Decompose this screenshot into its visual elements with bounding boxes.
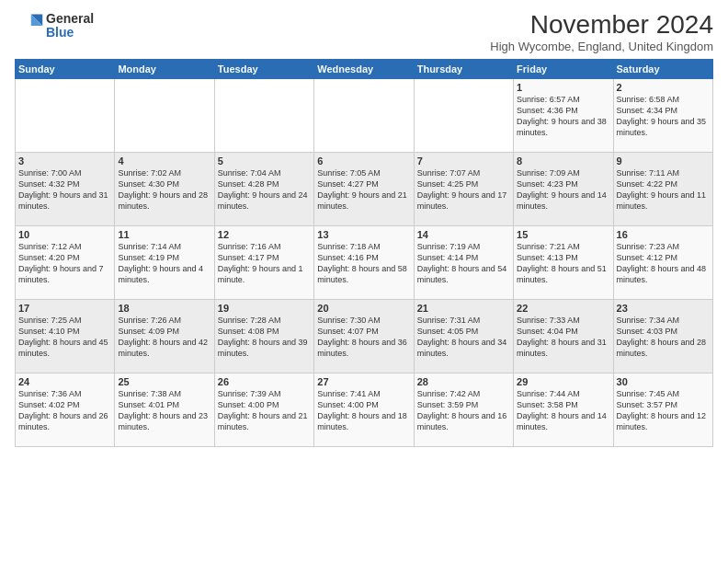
day-info: Sunrise: 7:02 AM Sunset: 4:30 PM Dayligh… (118, 167, 210, 213)
day-number: 15 (517, 229, 609, 240)
calendar-cell: 28Sunrise: 7:42 AM Sunset: 3:59 PM Dayli… (414, 373, 513, 446)
calendar-cell: 23Sunrise: 7:34 AM Sunset: 4:03 PM Dayli… (613, 299, 712, 373)
logo: General Blue (15, 11, 94, 40)
title-block: November 2024 High Wycombe, England, Uni… (490, 11, 713, 53)
day-info: Sunrise: 7:21 AM Sunset: 4:13 PM Dayligh… (517, 241, 609, 286)
calendar-cell (314, 78, 414, 152)
day-number: 16 (617, 229, 710, 240)
day-info: Sunrise: 7:16 AM Sunset: 4:17 PM Dayligh… (218, 241, 311, 286)
calendar-cell: 25Sunrise: 7:38 AM Sunset: 4:01 PM Dayli… (115, 373, 214, 446)
header-saturday: Saturday (613, 59, 712, 78)
header-sunday: Sunday (16, 59, 115, 78)
header-thursday: Thursday (414, 59, 513, 78)
location: High Wycombe, England, United Kingdom (490, 40, 713, 53)
logo-text: General Blue (46, 12, 94, 40)
day-info: Sunrise: 7:45 AM Sunset: 3:57 PM Dayligh… (617, 388, 710, 433)
day-number: 6 (317, 155, 410, 167)
day-number: 27 (317, 376, 410, 387)
calendar-cell: 5Sunrise: 7:04 AM Sunset: 4:28 PM Daylig… (214, 152, 313, 225)
calendar-cell: 6Sunrise: 7:05 AM Sunset: 4:27 PM Daylig… (314, 152, 414, 225)
logo-blue-text: Blue (46, 26, 94, 40)
calendar-cell: 18Sunrise: 7:26 AM Sunset: 4:09 PM Dayli… (115, 299, 214, 373)
day-info: Sunrise: 7:38 AM Sunset: 4:01 PM Dayligh… (118, 388, 210, 433)
page: General Blue November 2024 High Wycombe,… (0, 0, 728, 563)
day-info: Sunrise: 7:31 AM Sunset: 4:05 PM Dayligh… (417, 315, 510, 360)
day-info: Sunrise: 7:28 AM Sunset: 4:08 PM Dayligh… (218, 315, 311, 360)
day-info: Sunrise: 7:30 AM Sunset: 4:07 PM Dayligh… (317, 315, 410, 360)
calendar-cell (214, 78, 313, 152)
weekday-header-row: Sunday Monday Tuesday Wednesday Thursday… (16, 59, 713, 78)
header-wednesday: Wednesday (314, 59, 414, 78)
day-number: 12 (218, 229, 311, 240)
day-info: Sunrise: 7:36 AM Sunset: 4:02 PM Dayligh… (18, 388, 111, 433)
calendar-cell: 8Sunrise: 7:09 AM Sunset: 4:23 PM Daylig… (514, 152, 613, 225)
day-number: 17 (18, 303, 111, 314)
day-info: Sunrise: 7:09 AM Sunset: 4:23 PM Dayligh… (517, 167, 609, 213)
day-info: Sunrise: 6:58 AM Sunset: 4:34 PM Dayligh… (617, 94, 710, 139)
calendar-cell: 3Sunrise: 7:00 AM Sunset: 4:32 PM Daylig… (16, 152, 115, 225)
calendar-cell: 10Sunrise: 7:12 AM Sunset: 4:20 PM Dayli… (16, 225, 115, 299)
calendar-cell: 30Sunrise: 7:45 AM Sunset: 3:57 PM Dayli… (613, 373, 712, 446)
calendar-cell: 29Sunrise: 7:44 AM Sunset: 3:58 PM Dayli… (514, 373, 613, 446)
day-number: 20 (317, 303, 410, 314)
header-monday: Monday (115, 59, 214, 78)
calendar-cell (115, 78, 214, 152)
logo-icon (15, 11, 44, 40)
day-info: Sunrise: 7:39 AM Sunset: 4:00 PM Dayligh… (218, 388, 311, 433)
day-info: Sunrise: 7:12 AM Sunset: 4:20 PM Dayligh… (18, 241, 111, 286)
day-info: Sunrise: 7:44 AM Sunset: 3:58 PM Dayligh… (517, 388, 609, 433)
calendar-cell: 12Sunrise: 7:16 AM Sunset: 4:17 PM Dayli… (214, 225, 313, 299)
day-number: 18 (118, 303, 210, 314)
day-info: Sunrise: 6:57 AM Sunset: 4:36 PM Dayligh… (517, 94, 609, 139)
header-friday: Friday (514, 59, 613, 78)
calendar-cell: 19Sunrise: 7:28 AM Sunset: 4:08 PM Dayli… (214, 299, 313, 373)
day-info: Sunrise: 7:07 AM Sunset: 4:25 PM Dayligh… (417, 167, 510, 213)
calendar-cell: 4Sunrise: 7:02 AM Sunset: 4:30 PM Daylig… (115, 152, 214, 225)
calendar-cell: 22Sunrise: 7:33 AM Sunset: 4:04 PM Dayli… (514, 299, 613, 373)
calendar-cell: 24Sunrise: 7:36 AM Sunset: 4:02 PM Dayli… (16, 373, 115, 446)
day-number: 4 (118, 155, 210, 167)
day-number: 2 (617, 82, 710, 93)
calendar-week-1: 3Sunrise: 7:00 AM Sunset: 4:32 PM Daylig… (16, 152, 713, 225)
day-number: 19 (218, 303, 311, 314)
day-info: Sunrise: 7:33 AM Sunset: 4:04 PM Dayligh… (517, 315, 609, 360)
calendar-cell: 15Sunrise: 7:21 AM Sunset: 4:13 PM Dayli… (514, 225, 613, 299)
calendar-cell: 1Sunrise: 6:57 AM Sunset: 4:36 PM Daylig… (514, 78, 613, 152)
header: General Blue November 2024 High Wycombe,… (15, 11, 713, 53)
day-info: Sunrise: 7:11 AM Sunset: 4:22 PM Dayligh… (617, 167, 710, 213)
day-info: Sunrise: 7:18 AM Sunset: 4:16 PM Dayligh… (317, 241, 410, 286)
day-info: Sunrise: 7:05 AM Sunset: 4:27 PM Dayligh… (317, 167, 410, 213)
calendar-cell: 14Sunrise: 7:19 AM Sunset: 4:14 PM Dayli… (414, 225, 513, 299)
calendar-cell: 16Sunrise: 7:23 AM Sunset: 4:12 PM Dayli… (613, 225, 712, 299)
calendar-week-3: 17Sunrise: 7:25 AM Sunset: 4:10 PM Dayli… (16, 299, 713, 373)
calendar-cell (16, 78, 115, 152)
day-number: 24 (18, 376, 111, 387)
day-number: 9 (617, 155, 710, 167)
day-number: 8 (517, 155, 609, 167)
calendar-cell: 9Sunrise: 7:11 AM Sunset: 4:22 PM Daylig… (613, 152, 712, 225)
day-number: 22 (517, 303, 609, 314)
day-number: 21 (417, 303, 510, 314)
day-number: 30 (617, 376, 710, 387)
day-info: Sunrise: 7:19 AM Sunset: 4:14 PM Dayligh… (417, 241, 510, 286)
day-number: 10 (18, 229, 111, 240)
calendar-cell: 11Sunrise: 7:14 AM Sunset: 4:19 PM Dayli… (115, 225, 214, 299)
day-number: 7 (417, 155, 510, 167)
calendar-cell (414, 78, 513, 152)
day-info: Sunrise: 7:41 AM Sunset: 4:00 PM Dayligh… (317, 388, 410, 433)
calendar-cell: 27Sunrise: 7:41 AM Sunset: 4:00 PM Dayli… (314, 373, 414, 446)
day-number: 14 (417, 229, 510, 240)
month-title: November 2024 (490, 11, 713, 40)
calendar-cell: 2Sunrise: 6:58 AM Sunset: 4:34 PM Daylig… (613, 78, 712, 152)
header-tuesday: Tuesday (214, 59, 313, 78)
day-number: 25 (118, 376, 210, 387)
day-info: Sunrise: 7:14 AM Sunset: 4:19 PM Dayligh… (118, 241, 210, 286)
calendar-week-0: 1Sunrise: 6:57 AM Sunset: 4:36 PM Daylig… (16, 78, 713, 152)
day-number: 28 (417, 376, 510, 387)
day-info: Sunrise: 7:23 AM Sunset: 4:12 PM Dayligh… (617, 241, 710, 286)
calendar-table: Sunday Monday Tuesday Wednesday Thursday… (15, 59, 713, 447)
day-number: 26 (218, 376, 311, 387)
day-number: 11 (118, 229, 210, 240)
day-info: Sunrise: 7:34 AM Sunset: 4:03 PM Dayligh… (617, 315, 710, 360)
calendar-cell: 7Sunrise: 7:07 AM Sunset: 4:25 PM Daylig… (414, 152, 513, 225)
